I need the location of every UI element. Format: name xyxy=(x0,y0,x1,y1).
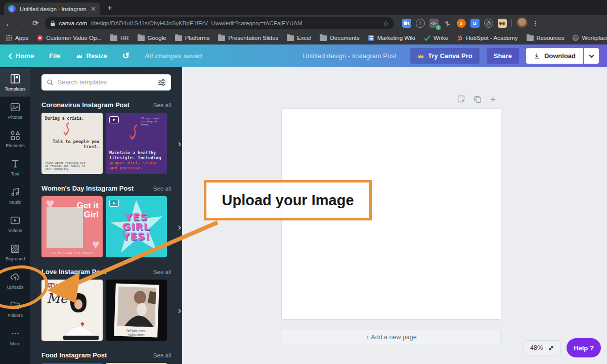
bookmark-wrike[interactable]: Wrike xyxy=(424,35,448,41)
help-button[interactable]: Help ? xyxy=(567,338,601,357)
sidebar-item-templates[interactable]: Templates xyxy=(0,68,30,97)
video-extension-icon[interactable] xyxy=(402,19,411,28)
template-thumb-crisis[interactable]: During a crisis. Talk to people you trus… xyxy=(41,113,103,174)
info-extension-icon[interactable]: i xyxy=(416,19,425,28)
workplace-extension-icon[interactable]: @ xyxy=(484,19,493,28)
download-options-button[interactable] xyxy=(584,48,599,64)
crown-icon xyxy=(76,53,83,59)
red-dot-icon xyxy=(37,35,43,41)
filters-icon[interactable] xyxy=(158,79,166,86)
carousel-next-icon[interactable]: › xyxy=(178,221,181,233)
browser-menu-icon[interactable]: ⋮ xyxy=(532,19,539,27)
templates-icon xyxy=(10,73,21,84)
sidebar-item-uploads[interactable]: Uploads xyxy=(0,266,30,295)
at-circle-icon: @ xyxy=(573,35,579,41)
robot-extension-icon[interactable]: ʘʘ xyxy=(498,19,507,28)
video-play-badge xyxy=(109,116,119,123)
sidebar-item-text[interactable]: Text xyxy=(0,153,30,181)
bookmark-star-icon[interactable]: ☆ xyxy=(383,20,389,27)
apps-grid-icon xyxy=(6,35,12,41)
sidebar-item-folders[interactable]: Folders xyxy=(0,295,30,323)
more-dots-icon xyxy=(10,328,21,339)
add-notes-icon[interactable] xyxy=(457,95,465,104)
forward-icon[interactable]: → xyxy=(19,19,26,28)
template-thumb-lifestyle[interactable]: If you need to stay at home, Maintain a … xyxy=(106,113,167,174)
see-all-link[interactable]: See all xyxy=(153,269,171,275)
bookmarks-bar: Apps Customer Value Op... HR Google Plat… xyxy=(0,31,607,44)
search-icon xyxy=(47,79,54,86)
sidebar-item-more[interactable]: More xyxy=(0,323,30,351)
thumb-row-womens-day: ♥ Get itGirl ♥ FOR MY GOOD GIRL SHELLY Y… xyxy=(41,196,171,257)
document-title[interactable]: Untitled design - Instagram Post xyxy=(302,52,396,60)
bookmark-platforms[interactable]: Platforms xyxy=(175,35,210,41)
file-menu[interactable]: File xyxy=(49,52,60,60)
template-thumb-felines[interactable]: felines over valentines xyxy=(106,280,167,341)
section-title: Food Instagram Post xyxy=(41,351,107,359)
duplicate-page-icon[interactable] xyxy=(473,95,482,104)
polaroid-photo: felines over valentines xyxy=(114,283,159,337)
bookmark-excel[interactable]: Excel xyxy=(287,35,311,41)
see-all-link[interactable]: See all xyxy=(153,102,171,108)
resize-button[interactable]: Resize xyxy=(76,52,107,60)
expand-icon[interactable] xyxy=(548,345,554,351)
section-title: Love Instagram Post xyxy=(41,268,106,276)
code-extension-icon[interactable]: </>4 xyxy=(429,19,439,28)
see-all-link[interactable]: See all xyxy=(153,352,171,358)
sidebar-item-photos[interactable]: Photos xyxy=(0,97,30,125)
browser-tab[interactable]: C Untitled design - Instagram Post ✕ xyxy=(4,3,100,15)
template-thumb-yes-girl[interactable]: YESGIRLYES! xyxy=(106,196,167,257)
download-button[interactable]: Download xyxy=(526,48,583,64)
carousel-next-icon[interactable]: › xyxy=(178,138,181,149)
browser-tab-bar: C Untitled design - Instagram Post ✕ + xyxy=(0,0,607,15)
bookmark-resources[interactable]: Resources xyxy=(527,35,565,41)
add-new-page-button[interactable]: + Add a new page xyxy=(282,330,501,344)
bookmark-marketing-wiki[interactable]: Marketing Wiki xyxy=(368,35,415,41)
bookmark-customer-value[interactable]: Customer Value Op... xyxy=(37,35,102,41)
folder-icon xyxy=(138,35,145,41)
bookmark-hr[interactable]: HR xyxy=(110,35,129,41)
share-button[interactable]: Share xyxy=(487,48,519,64)
search-input[interactable] xyxy=(58,79,154,86)
tab-close-icon[interactable]: ✕ xyxy=(91,5,96,13)
add-page-icon[interactable]: + xyxy=(490,96,496,103)
upload-cloud-icon xyxy=(10,271,21,283)
folder-icon xyxy=(110,35,117,41)
address-bar[interactable]: canva.com /design/DAD4ui1S41s/OhyHIJoSyK… xyxy=(45,17,394,29)
new-tab-button[interactable]: + xyxy=(107,3,112,13)
chevron-down-icon xyxy=(589,53,594,58)
home-button[interactable]: Home xyxy=(8,52,34,60)
bookmark-documents[interactable]: Documents xyxy=(320,35,359,41)
canvas-workspace: + + Add a new page 48% Help ? xyxy=(182,67,607,364)
squiggle-arrow-icon xyxy=(61,122,74,139)
zoom-control[interactable]: 48% xyxy=(524,340,561,355)
orange-extension-icon[interactable]: S xyxy=(457,19,466,28)
carousel-next-icon[interactable]: › xyxy=(178,305,181,316)
see-all-link[interactable]: See all xyxy=(153,186,171,192)
back-icon[interactable]: ← xyxy=(5,19,13,28)
sidebar-rail: Templates Photos Elements Text Music Vid… xyxy=(0,67,30,364)
bookmark-workplace-pins[interactable]: @ Workplace Pins xyxy=(573,35,607,41)
sidebar-item-background[interactable]: Bkground xyxy=(0,238,30,266)
extension-badge: 4 xyxy=(436,25,440,30)
tag-extension-icon[interactable] xyxy=(443,19,452,28)
bookmark-hubspot[interactable]: HubSpot - Academy xyxy=(457,35,517,41)
bookmark-apps[interactable]: Apps xyxy=(6,35,28,41)
try-canva-pro-button[interactable]: Try Canva Pro xyxy=(410,48,479,64)
undo-icon[interactable]: ↺ xyxy=(122,51,129,61)
bookmark-google[interactable]: Google xyxy=(138,35,166,41)
section-womens-day: Women's Day Instagram Post See all xyxy=(41,185,171,192)
bookmark-presentation-slides[interactable]: Presentation Slides xyxy=(218,35,278,41)
sidebar-item-music[interactable]: Music xyxy=(0,181,30,210)
video-play-badge xyxy=(109,200,119,207)
search-box[interactable] xyxy=(41,74,171,90)
template-thumb-love-illustration[interactable]: WITH Me xyxy=(41,280,103,341)
reload-icon[interactable]: ⟳ xyxy=(32,19,39,28)
url-domain: canva.com xyxy=(59,20,88,26)
blue-extension-icon[interactable]: B xyxy=(470,19,480,28)
sidebar-item-elements[interactable]: Elements xyxy=(0,125,30,153)
design-page[interactable] xyxy=(282,109,501,319)
template-thumb-get-it-girl[interactable]: ♥ Get itGirl ♥ FOR MY GOOD GIRL SHELLY xyxy=(41,196,103,257)
profile-avatar[interactable] xyxy=(516,18,528,29)
folder-icon xyxy=(175,35,182,41)
sidebar-item-videos[interactable]: Videos xyxy=(0,210,30,238)
